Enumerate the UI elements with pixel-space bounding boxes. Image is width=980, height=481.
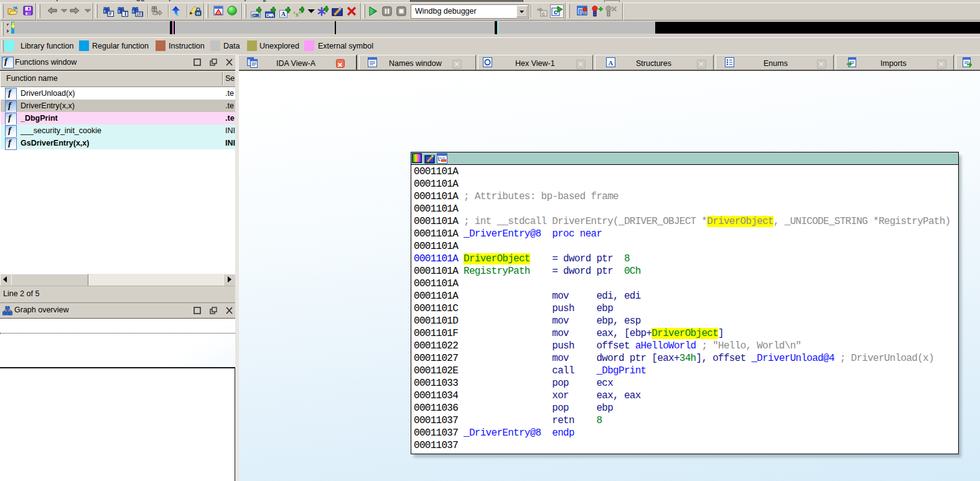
svg-text:101: 101 [136, 12, 143, 16]
svg-text:CODE: CODE [251, 12, 260, 18]
svg-text:c: c [554, 8, 558, 16]
svg-text:‘s’: ‘s’ [293, 10, 301, 19]
svg-text:c: c [542, 11, 545, 17]
svg-text:DATA: DATA [266, 12, 274, 18]
svg-text:A: A [609, 59, 614, 67]
svg-text:#: # [108, 11, 111, 17]
svg-text:T: T [123, 10, 128, 17]
svg-text:A: A [281, 11, 286, 17]
